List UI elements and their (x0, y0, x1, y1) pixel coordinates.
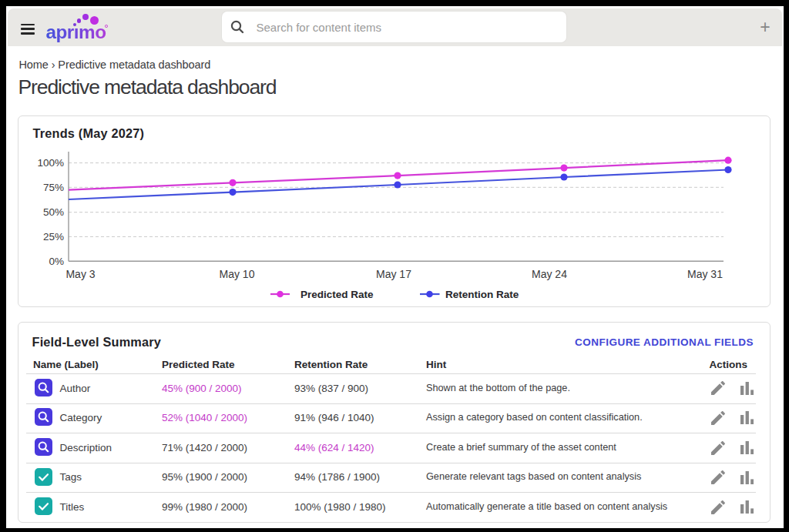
svg-text:May 31: May 31 (687, 268, 723, 280)
svg-text:0%: 0% (49, 256, 64, 267)
svg-text:Retention Rate: Retention Rate (445, 289, 519, 300)
svg-text:75%: 75% (43, 182, 64, 193)
svg-text:May 3: May 3 (65, 268, 95, 280)
svg-text:Predicted Rate: Predicted Rate (300, 289, 374, 300)
svg-text:May 10: May 10 (220, 268, 255, 280)
svg-text:May 24: May 24 (532, 268, 567, 280)
svg-text:50%: 50% (43, 206, 64, 218)
svg-text:May 17: May 17 (376, 268, 411, 280)
svg-text:25%: 25% (43, 231, 64, 243)
svg-text:100%: 100% (37, 157, 64, 169)
